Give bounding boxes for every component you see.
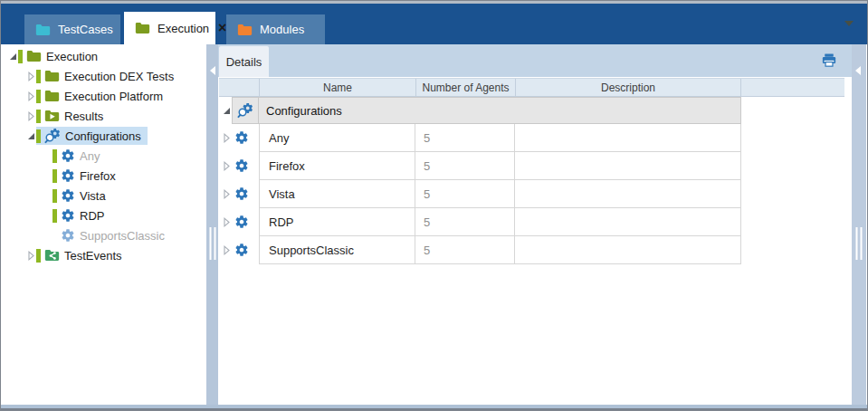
tree-item-testevents[interactable]: TestEvents: [2, 245, 206, 265]
folder-olive-icon: [44, 70, 60, 82]
expanded-icon[interactable]: [7, 53, 18, 61]
table-row-firefox[interactable]: Firefox5: [219, 152, 741, 180]
printer-icon[interactable]: [820, 52, 838, 70]
name-cell: Firefox: [259, 152, 415, 180]
tree-item-content[interactable]: Execution Platform: [36, 87, 169, 105]
tree-item-label: Execution DEX Tests: [64, 70, 174, 83]
expanded-icon[interactable]: [25, 132, 36, 140]
folder-cyan-icon: [35, 24, 51, 36]
table-row-vista[interactable]: Vista5: [219, 180, 741, 208]
gear-icon: [234, 158, 249, 173]
chevron-down-icon[interactable]: [844, 21, 854, 26]
tree-item-execution-platform[interactable]: Execution Platform: [2, 86, 206, 106]
tree-item-content[interactable]: Vista: [52, 186, 112, 205]
changed-marker-bar: [18, 50, 23, 63]
tree-item-label: Results: [64, 110, 103, 123]
details-panel: Details Name Number of Agents Descriptio…: [218, 44, 854, 405]
gear-icon: [61, 188, 75, 203]
column-header-number-of-agents[interactable]: Number of Agents: [415, 79, 515, 96]
tree-item-supportsclassic[interactable]: SupportsClassic: [2, 225, 206, 245]
details-tab-label: Details: [226, 55, 262, 69]
collapsed-icon[interactable]: [25, 72, 36, 81]
tree-item-any[interactable]: Any: [2, 146, 206, 166]
tab-modules[interactable]: Modules: [226, 14, 325, 44]
tree-item-content[interactable]: Results: [36, 107, 110, 125]
column-header-description[interactable]: Description: [515, 79, 741, 96]
collapsed-icon[interactable]: [224, 245, 230, 255]
collapsed-icon[interactable]: [224, 217, 230, 227]
configurations-search-icon: [44, 128, 61, 144]
tree-item-content[interactable]: RDP: [52, 206, 110, 225]
name-cell: Vista: [259, 180, 415, 208]
collapsed-icon[interactable]: [25, 91, 36, 101]
collapse-left-icon[interactable]: [210, 66, 215, 75]
table-row-any[interactable]: Any5: [219, 124, 741, 152]
tree-item-label: TestEvents: [64, 249, 122, 263]
column-header-name[interactable]: Name: [259, 79, 415, 96]
number-of-agents-cell: 5: [415, 124, 515, 152]
configurations-search-icon: [233, 102, 258, 119]
number-of-agents-cell: 5: [415, 208, 515, 236]
description-cell: [515, 152, 741, 180]
description-cell: [515, 208, 741, 236]
tab-label: Execution: [157, 22, 209, 35]
tree-item-vista[interactable]: Vista: [2, 186, 206, 206]
gear-icon: [61, 148, 75, 163]
tree-item-execution[interactable]: Execution: [2, 46, 206, 66]
description-cell: [515, 236, 741, 264]
splitter-grip[interactable]: [209, 227, 215, 260]
collapsed-icon[interactable]: [224, 189, 230, 199]
tree-item-firefox[interactable]: Firefox: [2, 166, 206, 186]
tree-item-rdp[interactable]: RDP: [2, 206, 206, 225]
name-cell: SupportsClassic: [259, 236, 415, 264]
tree-item-content[interactable]: Execution DEX Tests: [36, 67, 180, 85]
document-tab-bar: TestCases Execution × Modules: [1, 4, 867, 44]
folder-olive-icon: [26, 50, 42, 62]
details-header-strip: Details: [218, 44, 854, 77]
collapsed-icon[interactable]: [224, 133, 230, 143]
test-events-icon: [44, 249, 60, 262]
main-area: ExecutionExecution DEX TestsExecution Pl…: [1, 44, 867, 405]
collapsed-icon[interactable]: [25, 111, 36, 121]
gear-icon: [61, 208, 75, 223]
tree-item-content[interactable]: Execution: [18, 47, 104, 65]
tree-item-content[interactable]: TestEvents: [36, 246, 129, 264]
changed-marker-bar: [36, 90, 41, 103]
tab-label: Modules: [260, 23, 304, 36]
table-row-supportsclassic[interactable]: SupportsClassic5: [219, 236, 741, 264]
tree-item-execution-dex-tests[interactable]: Execution DEX Tests: [2, 66, 206, 86]
expanded-icon[interactable]: [223, 107, 231, 115]
tab-label: TestCases: [58, 23, 113, 36]
changed-marker-bar: [52, 149, 57, 163]
tree-item-label: RDP: [80, 209, 104, 223]
tab-execution[interactable]: Execution ×: [124, 12, 215, 44]
number-of-agents-cell: 5: [415, 180, 515, 208]
folder-olive-icon: [44, 90, 60, 102]
changed-marker-bar: [36, 110, 41, 123]
tree-item-content[interactable]: SupportsClassic: [52, 226, 171, 244]
tab-details[interactable]: Details: [219, 46, 269, 77]
collapse-right-icon[interactable]: [855, 66, 861, 75]
gear-icon: [234, 215, 249, 229]
tree-selection[interactable]: Configurations: [36, 127, 148, 145]
folder-olive-icon: [135, 22, 150, 34]
tree-item-configurations[interactable]: Configurations: [2, 126, 206, 146]
splitter-grip[interactable]: [856, 227, 863, 260]
number-of-agents-cell: 5: [415, 152, 515, 180]
collapsed-icon[interactable]: [224, 161, 230, 171]
tree-item-content[interactable]: Firefox: [52, 167, 122, 185]
changed-marker-bar: [36, 129, 41, 143]
tree-item-results[interactable]: Results: [2, 106, 206, 126]
tree-item-label: Any: [80, 149, 100, 163]
collapsed-icon[interactable]: [25, 251, 36, 261]
right-splitter[interactable]: [852, 44, 866, 405]
left-splitter[interactable]: [206, 44, 218, 405]
tree-item-label: Execution Platform: [64, 90, 163, 103]
group-row-configurations[interactable]: Configurations: [219, 97, 741, 124]
tree-item-content[interactable]: Any: [52, 147, 106, 165]
tab-testcases[interactable]: TestCases: [24, 14, 120, 44]
description-cell: [515, 124, 741, 152]
changed-marker-bar: [36, 70, 41, 83]
table-row-rdp[interactable]: RDP5: [219, 208, 741, 236]
description-cell: [515, 180, 741, 208]
